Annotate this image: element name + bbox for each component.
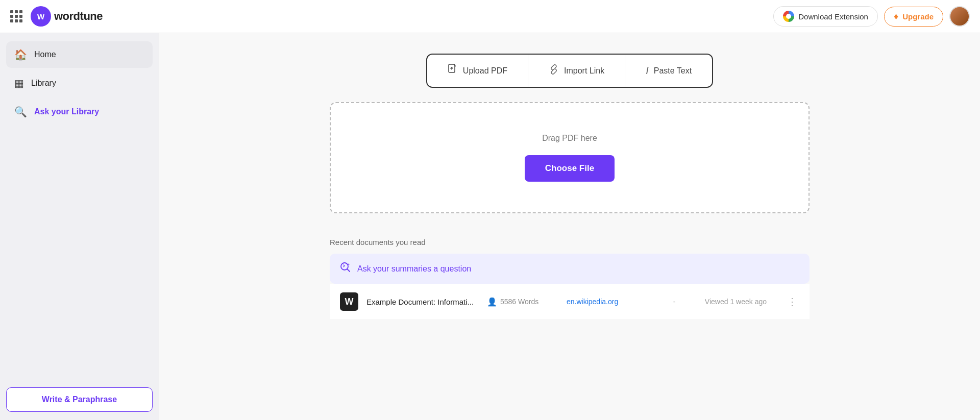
tab-upload-pdf-label: Upload PDF (463, 66, 507, 76)
recent-section-title: Recent documents you read (330, 238, 810, 246)
sidebar-item-library[interactable]: ▦ Library (6, 70, 153, 96)
drop-zone[interactable]: Drag PDF here Choose File (330, 102, 810, 213)
upgrade-button[interactable]: ♦ Upgrade (884, 7, 943, 27)
avatar-inner (950, 7, 969, 26)
logo-icon: w (31, 6, 51, 27)
ask-summaries-row[interactable]: Ask your summaries a question (330, 254, 810, 284)
write-paraphrase-label: Write & Paraphrase (42, 395, 117, 404)
svg-point-2 (348, 264, 350, 265)
topnav: w wordtune Download Extension ♦ Upgrade (0, 0, 980, 33)
upload-pdf-icon (448, 64, 458, 78)
choose-file-label: Choose File (545, 163, 594, 173)
ask-summaries-text: Ask your summaries a question (357, 264, 471, 274)
tab-upload-pdf[interactable]: Upload PDF (427, 55, 528, 87)
logo-text: wordtune (54, 10, 103, 23)
main-layout: 🏠 Home ▦ Library 🔍 Ask your Library Writ… (0, 33, 980, 420)
table-row[interactable]: W Example Document: Informati... 👤 5586 … (330, 284, 810, 319)
sidebar-item-library-label: Library (31, 79, 56, 88)
sidebar: 🏠 Home ▦ Library 🔍 Ask your Library Writ… (0, 33, 159, 420)
diamond-icon: ♦ (894, 11, 898, 22)
import-link-icon (549, 64, 559, 77)
recent-section: Recent documents you read Ask your summa… (330, 238, 810, 319)
paste-text-icon: I (646, 65, 649, 77)
download-extension-label: Download Extension (798, 12, 868, 21)
logo[interactable]: w wordtune (31, 6, 103, 27)
sidebar-item-ask-library-label: Ask your Library (34, 107, 99, 116)
doc-more-button[interactable]: ⋮ (785, 294, 799, 309)
topnav-right: Download Extension ♦ Upgrade (773, 6, 970, 27)
avatar[interactable] (949, 6, 970, 27)
sidebar-item-ask-library[interactable]: 🔍 Ask your Library (6, 98, 153, 125)
grid-menu-icon[interactable] (10, 10, 22, 22)
tab-group: Upload PDF Import Link I Paste Text (426, 54, 713, 88)
chrome-icon (783, 11, 794, 22)
sidebar-item-home[interactable]: 🏠 Home (6, 41, 153, 68)
doc-source-link[interactable]: en.wikipedia.org (567, 298, 658, 306)
content-area: Upload PDF Import Link I Paste Text Drag… (159, 33, 980, 420)
download-extension-button[interactable]: Download Extension (773, 6, 878, 27)
doc-title: Example Document: Informati... (366, 298, 479, 306)
library-icon: ▦ (14, 77, 24, 89)
ask-summaries-icon (340, 262, 351, 276)
topnav-left: w wordtune (10, 6, 103, 27)
doc-dash: - (667, 298, 682, 306)
tab-paste-text[interactable]: I Paste Text (625, 55, 712, 87)
tab-paste-text-label: Paste Text (654, 66, 692, 76)
drag-pdf-text: Drag PDF here (542, 134, 597, 143)
doc-viewed: Viewed 1 week ago (690, 298, 777, 306)
doc-words: 👤 5586 Words (487, 297, 558, 307)
doc-meta-icon: 👤 (487, 297, 497, 307)
tab-import-link[interactable]: Import Link (528, 55, 625, 87)
sidebar-item-home-label: Home (34, 50, 56, 59)
sidebar-spacer (6, 127, 153, 387)
choose-file-button[interactable]: Choose File (525, 155, 615, 182)
doc-w-icon: W (340, 292, 358, 311)
home-icon: 🏠 (14, 48, 27, 61)
write-paraphrase-button[interactable]: Write & Paraphrase (6, 387, 153, 412)
tab-import-link-label: Import Link (564, 66, 604, 76)
ask-library-icon: 🔍 (14, 106, 27, 118)
upgrade-label: Upgrade (902, 12, 934, 21)
